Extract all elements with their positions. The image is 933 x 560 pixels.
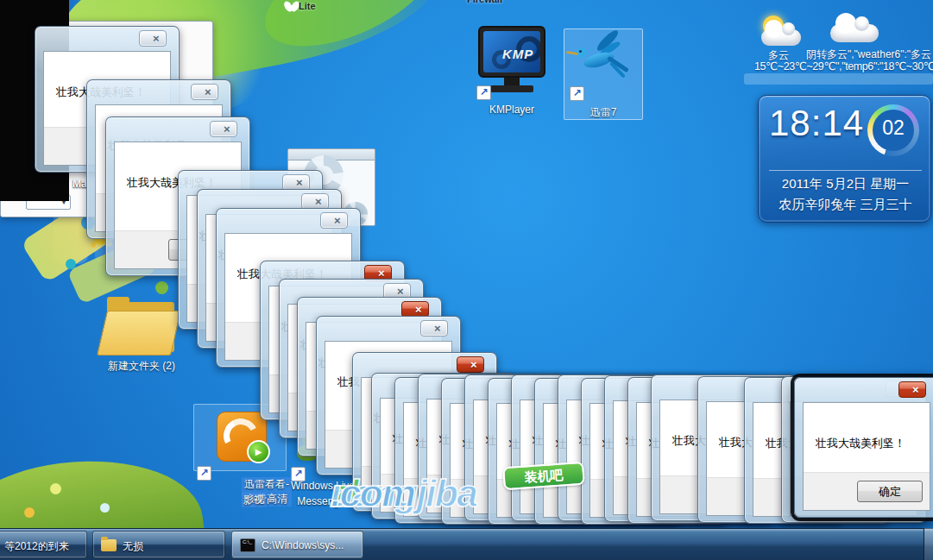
close-button[interactable]: × bbox=[457, 356, 484, 373]
cmd-icon: C:\_ bbox=[240, 538, 255, 552]
folder-icon bbox=[101, 539, 117, 551]
close-button[interactable]: × bbox=[139, 30, 167, 47]
watermark: zhuangjiba.com 装机吧 bbox=[331, 464, 641, 525]
message-dialog: × 壮我大哉美利坚！ 确定 bbox=[794, 377, 933, 518]
close-icon: × bbox=[434, 321, 441, 336]
taskbar-button-label: C:\Windows\sys... bbox=[262, 539, 360, 551]
close-icon: × bbox=[912, 382, 919, 397]
watermark-tld: .com bbox=[331, 471, 414, 516]
close-icon: × bbox=[470, 357, 477, 372]
taskbar: 等2012的到来 无损 C:\_ C:\Windows\sys... EN C … bbox=[0, 528, 933, 560]
watermark-badge: 装机吧 bbox=[502, 462, 585, 490]
close-icon: × bbox=[205, 85, 211, 99]
close-icon: × bbox=[315, 194, 322, 209]
taskbar-button-label: 无损 bbox=[123, 539, 221, 554]
close-icon: × bbox=[153, 31, 160, 46]
taskbar-button-cmd[interactable]: C:\_ C:\Windows\sys... bbox=[231, 531, 363, 558]
close-button[interactable]: × bbox=[898, 381, 926, 398]
desktop: ▼ Ma Lite Firewall KMP ↗ KMPlayer ↗ 迅雷7 … bbox=[0, 0, 933, 560]
taskbar-button-label: 等2012的到来 bbox=[4, 539, 85, 554]
close-icon: × bbox=[224, 122, 230, 136]
close-icon: × bbox=[415, 302, 422, 317]
close-button[interactable]: × bbox=[191, 84, 218, 100]
ok-button[interactable]: 确定 bbox=[857, 481, 923, 502]
close-button[interactable]: × bbox=[420, 320, 448, 337]
dialog-body: 壮我大哉美利坚！ 确定 bbox=[803, 402, 930, 511]
dialog-message: 壮我大哉美利坚！ bbox=[816, 436, 905, 451]
close-icon: × bbox=[334, 213, 341, 228]
taskbar-button-2012[interactable]: 等2012的到来 bbox=[0, 531, 87, 558]
taskbar-button-wusun[interactable]: 无损 bbox=[92, 531, 225, 558]
show-desktop-button[interactable] bbox=[924, 528, 933, 560]
close-button[interactable]: × bbox=[210, 121, 237, 137]
close-icon: × bbox=[296, 175, 303, 190]
close-button[interactable]: × bbox=[320, 212, 348, 229]
